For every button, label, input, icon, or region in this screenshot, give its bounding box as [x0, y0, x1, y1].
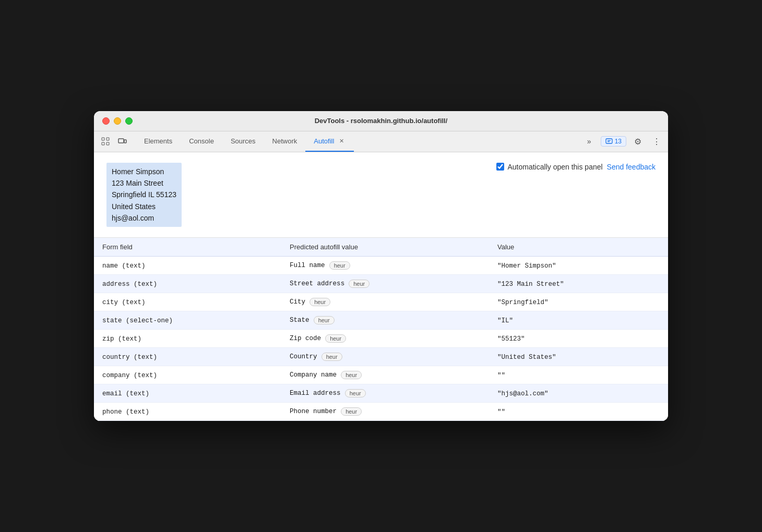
settings-button[interactable]: ⚙	[630, 134, 645, 149]
predicted-value-container: Phone numberheur	[290, 407, 481, 416]
heur-badge: heur	[322, 353, 342, 361]
field-name-cell: email (text)	[94, 384, 281, 403]
auto-open-checkbox[interactable]	[496, 163, 504, 171]
predicted-text: Email address	[290, 390, 341, 397]
predicted-text: Zip code	[290, 335, 321, 342]
table-row: phone (text)Phone numberheur""	[94, 403, 668, 421]
value-cell: "hjs@aol.com"	[489, 384, 668, 403]
predicted-value-container: Company nameheur	[290, 371, 481, 379]
svg-rect-0	[102, 138, 104, 140]
value-text: "United States"	[497, 354, 556, 361]
address-line-5: hjs@aol.com	[112, 212, 176, 224]
field-name-cell: address (text)	[94, 275, 281, 293]
address-line-3: Springfield IL 55123	[112, 189, 176, 200]
heur-badge: heur	[341, 371, 362, 379]
svg-rect-2	[106, 138, 109, 140]
tab-elements[interactable]: Elements	[136, 131, 181, 152]
heur-badge: heur	[349, 280, 370, 288]
predicted-value-cell: Full nameheur	[281, 257, 489, 275]
maximize-button[interactable]	[125, 117, 133, 125]
tab-bar: Elements Console Sources Network Autofil…	[94, 131, 668, 152]
address-line-4: United States	[112, 201, 176, 212]
table-header-row: Form field Predicted autofill value Valu…	[94, 238, 668, 257]
field-name-cell: zip (text)	[94, 330, 281, 348]
auto-open-label[interactable]: Automatically open this panel	[496, 163, 602, 171]
predicted-text: Street address	[290, 280, 344, 287]
predicted-text: City	[290, 298, 305, 306]
tab-autofill[interactable]: Autofill ✕	[305, 131, 354, 152]
value-text: "hjs@aol.com"	[497, 390, 549, 397]
heur-badge: heur	[345, 389, 366, 397]
table-row: state (select-one)Stateheur"IL"	[94, 311, 668, 330]
value-text: ""	[497, 408, 505, 416]
predicted-value-container: Email addressheur	[290, 389, 481, 397]
field-name-cell: country (text)	[94, 348, 281, 366]
value-cell: "Homer Simpson"	[489, 257, 668, 275]
table-row: name (text)Full nameheur"Homer Simpson"	[94, 257, 668, 275]
inspect-icon[interactable]	[98, 134, 113, 149]
value-text: ""	[497, 372, 505, 379]
svg-rect-1	[102, 142, 104, 145]
value-text: "55123"	[497, 335, 525, 343]
tab-sources[interactable]: Sources	[222, 131, 264, 152]
predicted-text: Phone number	[290, 408, 337, 415]
heur-badge: heur	[341, 407, 362, 416]
value-text: "Homer Simpson"	[497, 262, 556, 270]
field-name-cell: phone (text)	[94, 403, 281, 421]
field-name-cell: company (text)	[94, 366, 281, 384]
svg-rect-4	[118, 139, 124, 143]
value-cell: ""	[489, 366, 668, 384]
close-button[interactable]	[102, 117, 110, 125]
field-name-cell: city (text)	[94, 293, 281, 311]
field-name-text: name (text)	[102, 262, 146, 270]
address-line-2: 123 Main Street	[112, 177, 176, 189]
value-cell: "United States"	[489, 348, 668, 366]
svg-rect-6	[606, 139, 612, 143]
device-toggle-icon[interactable]	[115, 134, 129, 149]
kebab-menu-button[interactable]: ⋮	[649, 134, 664, 149]
tab-bar-right: » 13 ⚙ ⋮	[582, 134, 664, 149]
predicted-value-container: Stateheur	[290, 316, 481, 324]
predicted-value-cell: Email addressheur	[281, 384, 489, 403]
predicted-value-cell: Phone numberheur	[281, 403, 489, 421]
svg-rect-5	[124, 140, 126, 143]
predicted-text: State	[290, 317, 309, 324]
message-badge[interactable]: 13	[601, 136, 626, 147]
address-block: Homer Simpson 123 Main Street Springfiel…	[106, 163, 182, 227]
tab-network[interactable]: Network	[264, 131, 306, 152]
predicted-value-container: Full nameheur	[290, 261, 481, 270]
value-text: "Springfield"	[497, 299, 549, 306]
heur-badge: heur	[314, 316, 335, 324]
title-bar: DevTools - rsolomakhin.github.io/autofil…	[94, 111, 668, 131]
predicted-value-container: Zip codeheur	[290, 334, 481, 343]
field-name-text: country (text)	[102, 354, 157, 361]
more-tabs-button[interactable]: »	[582, 134, 597, 149]
predicted-text: Company name	[290, 371, 337, 379]
col-header-form-field: Form field	[94, 238, 281, 257]
field-name-text: email (text)	[102, 390, 149, 397]
value-cell: "Springfield"	[489, 293, 668, 311]
window-title: DevTools - rsolomakhin.github.io/autofil…	[315, 117, 448, 125]
minimize-button[interactable]	[114, 117, 121, 125]
value-cell: "55123"	[489, 330, 668, 348]
address-section: Homer Simpson 123 Main Street Springfiel…	[94, 152, 668, 238]
send-feedback-link[interactable]: Send feedback	[607, 163, 656, 171]
address-line-1: Homer Simpson	[112, 166, 176, 177]
heur-badge: heur	[309, 298, 330, 306]
autofill-controls: Automatically open this panel Send feedb…	[496, 163, 656, 171]
svg-rect-3	[106, 142, 109, 145]
predicted-value-cell: Street addressheur	[281, 275, 489, 293]
predicted-value-container: Cityheur	[290, 298, 481, 306]
field-name-cell: state (select-one)	[94, 311, 281, 330]
predicted-value-cell: Stateheur	[281, 311, 489, 330]
tab-console[interactable]: Console	[181, 131, 222, 152]
field-name-text: city (text)	[102, 299, 146, 306]
table-row: country (text)Countryheur"United States"	[94, 348, 668, 366]
tabs: Elements Console Sources Network Autofil…	[136, 131, 582, 152]
tab-autofill-close[interactable]: ✕	[337, 137, 346, 145]
table-row: city (text)Cityheur"Springfield"	[94, 293, 668, 311]
devtools-window: DevTools - rsolomakhin.github.io/autofil…	[94, 111, 668, 421]
predicted-value-cell: Countryheur	[281, 348, 489, 366]
tab-autofill-inner: Autofill ✕	[314, 137, 346, 145]
col-header-predicted: Predicted autofill value	[281, 238, 489, 257]
